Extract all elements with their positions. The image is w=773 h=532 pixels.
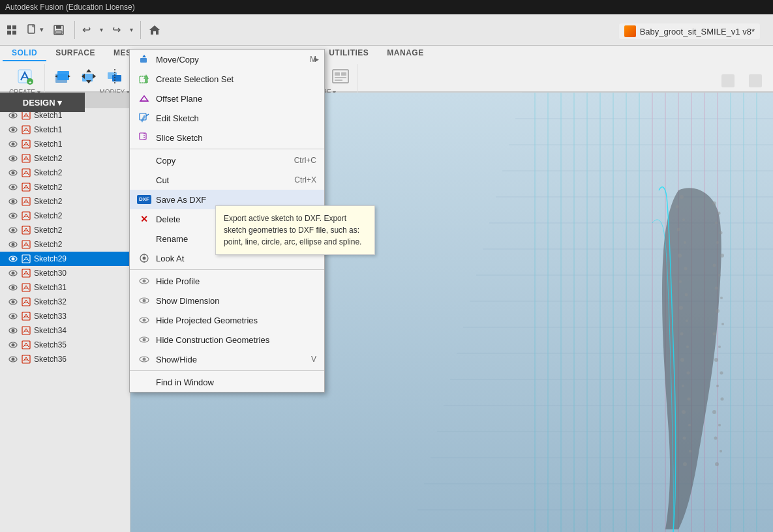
- svg-point-219: [679, 280, 682, 283]
- browser-item[interactable]: Sketch31: [0, 280, 130, 295]
- configure-btn3[interactable]: [328, 65, 353, 87]
- eye-visibility-icon[interactable]: [8, 125, 18, 135]
- browser-item[interactable]: Sketch34: [0, 323, 130, 338]
- eye-visibility-icon[interactable]: [8, 168, 18, 178]
- svg-point-230: [688, 424, 691, 426]
- tab-solid[interactable]: SOLID: [3, 46, 46, 61]
- context-menu-item-move-copy[interactable]: Move/CopyM: [130, 50, 324, 69]
- browser-item[interactable]: Sketch36: [0, 352, 130, 366]
- create-icons: +: [12, 65, 37, 87]
- context-menu-item-find-in-window[interactable]: Find in Window: [130, 372, 324, 392]
- ctx-item-label-hide-profile: Hide Profile: [156, 276, 200, 286]
- eye-visibility-icon[interactable]: [8, 340, 18, 350]
- context-menu-item-slice-sketch[interactable]: Slice Sketch: [130, 128, 324, 147]
- sketch-item-icon: [21, 282, 31, 293]
- context-menu-item-offset-plane[interactable]: Offset Plane: [130, 89, 324, 108]
- svg-point-208: [718, 424, 721, 426]
- svg-point-212: [680, 195, 684, 199]
- eye-visibility-icon[interactable]: [8, 297, 18, 307]
- svg-point-200: [721, 323, 724, 325]
- tab-utilities[interactable]: UTILITIES: [320, 46, 378, 61]
- ctx-item-icon-save-as-dxf: DXF: [138, 193, 151, 206]
- eye-visibility-icon[interactable]: [8, 254, 18, 264]
- tab-manage[interactable]: MANAGE: [378, 46, 432, 61]
- svg-point-60: [12, 114, 15, 117]
- ctx-item-icon-find-in-window: [138, 376, 151, 389]
- eye-visibility-icon[interactable]: [8, 282, 18, 293]
- ctx-item-icon-hide-profile: [138, 274, 151, 288]
- context-menu-item-cut[interactable]: CutCtrl+X: [130, 170, 324, 190]
- context-menu-item-hide-projected[interactable]: Hide Projected Geometries: [130, 310, 324, 330]
- undo-button[interactable]: ↩: [78, 21, 95, 38]
- svg-point-193: [716, 241, 719, 244]
- svg-rect-105: [22, 269, 30, 277]
- svg-point-209: [714, 437, 718, 440]
- browser-item[interactable]: Sketch2: [0, 166, 130, 180]
- browser-item[interactable]: Sketch30: [0, 266, 130, 280]
- eye-visibility-icon[interactable]: [8, 211, 18, 221]
- browser-item[interactable]: Sketch2: [0, 237, 130, 252]
- context-menu-item-hide-profile[interactable]: Hide Profile: [130, 271, 324, 291]
- tab-surface[interactable]: SURFACE: [46, 46, 104, 61]
- browser-item[interactable]: Sketch2: [0, 209, 130, 223]
- eye-visibility-icon[interactable]: [8, 153, 18, 164]
- eye-visibility-icon[interactable]: [8, 139, 18, 149]
- ribbon-right-icon1: [719, 72, 737, 90]
- eye-visibility-icon[interactable]: [8, 268, 18, 278]
- browser-item[interactable]: Sketch2: [0, 151, 130, 166]
- context-menu-item-edit-sketch[interactable]: Edit Sketch: [130, 108, 324, 128]
- context-menu-item-show-hide[interactable]: Show/HideV: [130, 349, 324, 369]
- eye-visibility-icon[interactable]: [8, 196, 18, 207]
- browser-item[interactable]: Sketch2: [0, 180, 130, 194]
- svg-rect-89: [22, 212, 30, 220]
- undo-chevron-icon: ▾: [100, 26, 103, 33]
- svg-rect-13: [57, 71, 69, 80]
- redo-chevron-icon: ▾: [130, 26, 133, 33]
- browser-item[interactable]: Sketch33: [0, 309, 130, 323]
- sketch-tool-button[interactable]: +: [12, 65, 37, 87]
- eye-visibility-icon[interactable]: [8, 182, 18, 192]
- undo-arrow-button[interactable]: ▾: [96, 23, 107, 36]
- align-button[interactable]: [102, 65, 127, 87]
- svg-point-191: [715, 222, 718, 224]
- ctx-item-icon-rename: [138, 232, 151, 245]
- redo-arrow-button[interactable]: ▾: [126, 23, 137, 36]
- svg-rect-121: [22, 327, 30, 334]
- move2-button[interactable]: [76, 65, 101, 87]
- ctx-item-label-show-hide: Show/Hide: [156, 355, 197, 364]
- save-button[interactable]: [49, 22, 68, 38]
- svg-point-146: [143, 299, 146, 303]
- svg-point-222: [686, 319, 688, 322]
- context-menu-item-copy[interactable]: CopyCtrl+C: [130, 151, 324, 170]
- browser-item[interactable]: Sketch1: [0, 123, 130, 137]
- context-menu-separator: [130, 370, 324, 371]
- svg-marker-17: [86, 69, 91, 72]
- push-pull-button[interactable]: [50, 65, 75, 87]
- new-file-button[interactable]: ▾: [22, 22, 48, 38]
- context-menu-separator: [130, 149, 324, 149]
- svg-point-192: [720, 231, 723, 235]
- redo-icon: ↪: [112, 23, 121, 36]
- eye-visibility-icon[interactable]: [8, 239, 18, 250]
- browser-item[interactable]: Sketch1: [0, 137, 130, 151]
- browser-item[interactable]: Sketch2: [0, 194, 130, 209]
- browser-item[interactable]: Sketch32: [0, 295, 130, 309]
- sketch-item-icon: [21, 254, 31, 264]
- context-menu-item-hide-construction[interactable]: Hide Construction Geometries: [130, 330, 324, 349]
- browser-item[interactable]: Sketch29: [0, 252, 130, 266]
- eye-visibility-icon[interactable]: [8, 225, 18, 235]
- redo-button[interactable]: ↪: [108, 21, 125, 38]
- home-button[interactable]: [144, 21, 165, 39]
- eye-visibility-icon[interactable]: [8, 311, 18, 321]
- eye-visibility-icon[interactable]: [8, 325, 18, 336]
- browser-item[interactable]: Sketch2: [0, 223, 130, 237]
- eye-visibility-icon[interactable]: [8, 354, 18, 364]
- browser-item[interactable]: Sketch35: [0, 338, 130, 352]
- design-button[interactable]: DESIGN ▾: [0, 93, 85, 112]
- svg-point-128: [12, 358, 15, 361]
- app-menu-button[interactable]: [3, 22, 21, 38]
- context-menu-item-show-dimension[interactable]: Show Dimension: [130, 291, 324, 310]
- browser-item-label: Sketch35: [34, 340, 67, 349]
- sketch-item-icon: [21, 340, 31, 350]
- context-menu-item-create-selection-set[interactable]: Create Selection Set: [130, 69, 324, 89]
